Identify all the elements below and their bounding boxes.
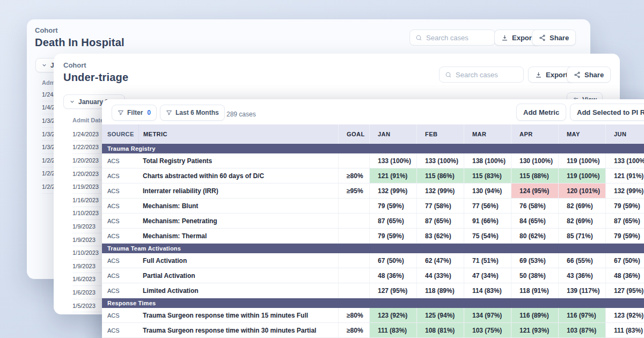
filter-icon: [166, 109, 172, 116]
cell-value: 67 (50%): [369, 253, 416, 268]
cell-source: ACS: [102, 308, 138, 322]
cell-goal: ≥80%: [338, 168, 369, 183]
cell-goal: [338, 283, 369, 298]
cell-metric: Mechanism: Blunt: [138, 199, 338, 213]
export-label: Export: [512, 34, 534, 42]
cell-goal: [338, 214, 369, 228]
metrics-table: SOURCEMETRICGOALJANFEBMARAPRMAYJUN Traum…: [102, 124, 644, 338]
search-input[interactable]: [456, 71, 515, 79]
cell-metric: Full Activation: [138, 253, 338, 268]
cell-value: 75 (54%): [464, 229, 511, 243]
table-row[interactable]: ACSMechanism: Thermal79 (59%)83 (62%)75 …: [102, 229, 644, 244]
table-row[interactable]: ACSTrauma Surgeon response time within 1…: [102, 308, 644, 323]
add-metric-button[interactable]: Add Metric: [516, 104, 566, 121]
table-row[interactable]: ACSMechanism: Blunt79 (59%)77 (58%)77 (5…: [102, 199, 644, 214]
cell-value: 103 (75%): [464, 323, 511, 337]
cell-source: ACS: [102, 214, 138, 228]
add-selected-label: Add Selected to PI Review: [577, 108, 644, 116]
cell-goal: [338, 253, 369, 268]
cell-value: 77 (58%): [416, 199, 464, 213]
search-input[interactable]: [426, 34, 485, 42]
cell-value: 125 (94%): [416, 308, 464, 322]
cell-value: 111 (83%): [605, 323, 644, 337]
cell-value: 121 (91%): [369, 168, 416, 183]
download-icon: [535, 71, 542, 78]
metrics-panel: Filter 0 Last 6 Months 289 cases Add Met…: [102, 99, 644, 338]
table-row[interactable]: ACSCharts abstracted within 60 days of D…: [102, 168, 644, 183]
filter-label: Filter: [127, 109, 143, 116]
column-header: APR: [511, 124, 558, 144]
cell-value: 67 (50%): [605, 253, 644, 268]
cell-value: 44 (33%): [416, 268, 464, 283]
column-header: SOURCE: [102, 124, 138, 144]
cell-metric: Partial Activation: [138, 268, 338, 283]
table-row[interactable]: ACSInterrater reliability (IRR)≥95%132 (…: [102, 183, 644, 199]
cell-source: ACS: [102, 283, 138, 298]
chevron-down-icon: [69, 99, 75, 105]
share-icon: [574, 71, 581, 78]
cell-metric: Limited Activation: [138, 283, 338, 298]
share-button[interactable]: Share: [567, 67, 611, 83]
cell-value: 83 (62%): [416, 229, 464, 243]
table-row[interactable]: ACSMechanism: Penetrating87 (65%)87 (65%…: [102, 214, 644, 229]
cell-value: 82 (69%): [558, 199, 605, 213]
chevron-down-icon: [41, 62, 47, 68]
cell-value: 50 (38%): [511, 268, 558, 283]
cell-value: 127 (95%): [369, 283, 416, 298]
cell-metric: Trauma Surgeon response time within 15 m…: [138, 308, 338, 322]
cell-value: 121 (91%): [605, 168, 644, 183]
cell-metric: Interrater reliability (IRR): [138, 183, 338, 198]
search-cases-box[interactable]: [409, 30, 495, 46]
cell-source: ACS: [102, 153, 138, 168]
table-row[interactable]: ACSPartial Activation48 (36%)44 (33%)47 …: [102, 268, 644, 283]
cell-source: ACS: [102, 323, 138, 337]
add-selected-to-pi-review-button[interactable]: Add Selected to PI Review: [570, 104, 644, 121]
download-icon: [501, 34, 508, 41]
cell-value: 43 (36%): [558, 268, 605, 283]
table-row[interactable]: ACSFull Activation67 (50%)62 (47%)71 (51…: [102, 253, 644, 268]
cell-value: 84 (65%): [511, 214, 558, 228]
cell-metric: Mechanism: Penetrating: [138, 214, 338, 228]
table-row[interactable]: ACSLimited Activation127 (95%)118 (89%)1…: [102, 283, 644, 298]
table-header-row: SOURCEMETRICGOALJANFEBMARAPRMAYJUN: [102, 124, 644, 144]
export-label: Export: [546, 71, 568, 79]
cell-value: 71 (51%): [464, 253, 511, 268]
cell-value: 134 (97%): [464, 308, 511, 322]
cell-value: 130 (100%): [511, 153, 558, 168]
share-button[interactable]: Share: [532, 30, 576, 46]
cell-value: 76 (58%): [511, 199, 558, 213]
section-header-row: Trauma Team Activations: [102, 244, 644, 253]
card-header: Cohort Under-triage: [63, 61, 128, 84]
share-label: Share: [550, 34, 569, 42]
table-row[interactable]: ACSTotal Registry Patients133 (100%)133 …: [102, 153, 644, 168]
table-row[interactable]: ACSTrauma Surgeon response time within 3…: [102, 323, 644, 338]
cell-source: ACS: [102, 199, 138, 213]
filter-icon: [118, 109, 124, 116]
cell-source: ACS: [102, 253, 138, 268]
cohort-label: Cohort: [35, 26, 125, 34]
cell-value: 120 (101%): [558, 183, 605, 198]
date-range-label: Last 6 Months: [175, 109, 219, 116]
column-header: JUN: [605, 124, 644, 144]
cell-value: 130 (94%): [464, 183, 511, 198]
cell-metric: Charts abstracted within 60 days of D/C: [138, 168, 338, 183]
date-range-dropdown[interactable]: Last 6 Months: [160, 105, 225, 121]
cell-goal: [338, 153, 369, 168]
cell-value: 121 (93%): [511, 323, 558, 337]
column-header: MAY: [558, 124, 605, 144]
cell-goal: [338, 199, 369, 213]
cases-count: 289 cases: [226, 111, 256, 118]
cell-value: 79 (59%): [369, 229, 416, 243]
cell-value: 79 (59%): [369, 199, 416, 213]
cell-value: 116 (97%): [558, 308, 605, 322]
cell-value: 139 (117%): [558, 283, 605, 298]
cell-goal: ≥80%: [338, 308, 369, 322]
filter-button[interactable]: Filter 0: [112, 105, 157, 121]
share-icon: [539, 34, 546, 41]
column-header: MAR: [464, 124, 511, 144]
cell-source: ACS: [102, 229, 138, 243]
search-icon: [415, 34, 422, 41]
cell-value: 47 (34%): [464, 268, 511, 283]
search-icon: [445, 71, 452, 78]
search-cases-box[interactable]: [439, 67, 524, 83]
